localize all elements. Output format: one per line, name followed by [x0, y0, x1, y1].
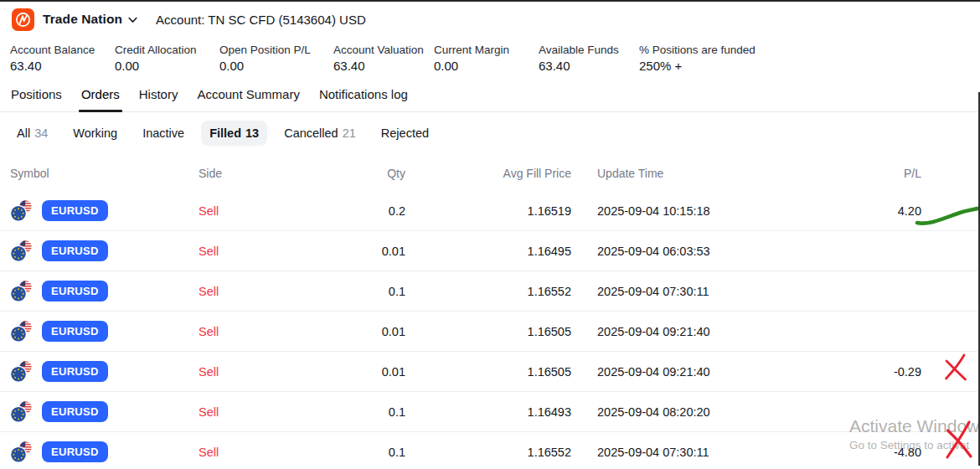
stat-value: 250% + — [639, 59, 817, 73]
column-header-symbol: Symbol — [10, 167, 199, 180]
screen-edge-top — [0, 0, 980, 2]
eurusd-flag-icon — [10, 199, 33, 222]
update-time-cell: 2025-09-04 10:15:18 — [571, 204, 823, 218]
filter-label: Filled — [209, 126, 241, 140]
tab-label: Notifications log — [319, 87, 408, 101]
filter-label: All — [17, 126, 30, 140]
symbol-cell: EURUSD — [10, 240, 199, 262]
side-cell: Sell — [199, 285, 287, 298]
stat-value: 0.00 — [434, 59, 532, 73]
account-stat: Current Margin 0.00 — [434, 44, 539, 73]
update-time-cell: 2025-09-04 09:21:40 — [571, 325, 823, 338]
order-row[interactable]: EURUSD Sell 0.1 1.16552 2025-09-04 07:30… — [0, 432, 980, 469]
filter-label: Inactive — [142, 126, 184, 140]
avg-fill-price-cell: 1.16519 — [405, 204, 571, 218]
order-row[interactable]: EURUSD Sell 0.01 1.16505 2025-09-04 09:2… — [0, 312, 980, 352]
filter-rejected[interactable]: Rejected — [373, 121, 437, 146]
symbol-cell: EURUSD — [10, 320, 199, 343]
symbol-cell: EURUSD — [10, 400, 199, 423]
filter-label: Cancelled — [284, 126, 338, 140]
symbol-badge[interactable]: EURUSD — [42, 281, 108, 302]
order-row[interactable]: EURUSD Sell 0.01 1.16495 2025-09-04 06:0… — [0, 231, 980, 271]
pl-cell: -4.80 — [823, 446, 921, 459]
order-row[interactable]: EURUSD Sell 0.1 1.16493 2025-09-04 08:20… — [0, 392, 980, 432]
stat-label: Available Funds — [539, 44, 632, 56]
account-stat: Credit Allocation 0.00 — [115, 44, 219, 73]
avg-fill-price-cell: 1.16505 — [405, 365, 571, 379]
stat-label: Credit Allocation — [115, 44, 213, 56]
orders-table-header: Symbol Side Qty Avg Fill Price Update Ti… — [0, 152, 980, 191]
symbol-badge[interactable]: EURUSD — [42, 441, 108, 462]
filter-count: 34 — [34, 126, 48, 140]
tab-account-summary[interactable]: Account Summary — [196, 85, 301, 111]
avg-fill-price-cell: 1.16505 — [405, 325, 571, 338]
update-time-cell: 2025-09-04 09:21:40 — [571, 365, 823, 379]
tab-label: Orders — [81, 87, 120, 101]
side-cell: Sell — [199, 405, 287, 419]
symbol-badge[interactable]: EURUSD — [42, 240, 108, 261]
column-header-update-time: Update Time — [571, 167, 823, 180]
tab-notifications-log[interactable]: Notifications log — [318, 85, 409, 111]
stat-value: 63.40 — [333, 59, 427, 73]
update-time-cell: 2025-09-04 07:30:11 — [571, 285, 823, 298]
tab-label: Account Summary — [197, 87, 300, 101]
side-cell: Sell — [199, 325, 287, 338]
trade-nation-logo-icon — [12, 8, 34, 31]
eurusd-flag-icon — [10, 400, 33, 423]
order-row[interactable]: EURUSD Sell 0.1 1.16552 2025-09-04 07:30… — [0, 271, 980, 312]
order-row[interactable]: EURUSD Sell 0.01 1.16505 2025-09-04 09:2… — [0, 352, 980, 392]
stat-label: Account Valuation — [333, 44, 427, 56]
column-header-qty: Qty — [287, 167, 405, 180]
pl-cell: 4.20 — [823, 204, 921, 218]
column-header-pl: P/L — [823, 167, 921, 180]
chevron-down-icon — [128, 17, 137, 23]
eurusd-flag-icon — [10, 360, 33, 383]
qty-cell: 0.1 — [287, 405, 405, 419]
account-stat: Available Funds 63.40 — [539, 44, 639, 73]
symbol-cell: EURUSD — [10, 199, 199, 222]
qty-cell: 0.1 — [287, 446, 405, 459]
order-status-filters: All34 Working Inactive Filled13 Cancelle… — [0, 112, 980, 152]
filter-inactive[interactable]: Inactive — [134, 121, 193, 146]
filter-cancelled[interactable]: Cancelled21 — [276, 121, 364, 146]
stat-label: % Positions are funded — [639, 44, 817, 56]
stat-label: Account Balance — [10, 44, 108, 56]
symbol-badge[interactable]: EURUSD — [42, 361, 108, 382]
avg-fill-price-cell: 1.16493 — [405, 405, 571, 419]
side-cell: Sell — [199, 245, 287, 258]
qty-cell: 0.01 — [287, 245, 405, 258]
symbol-badge[interactable]: EURUSD — [42, 200, 108, 221]
filter-label: Working — [73, 126, 117, 140]
account-switcher[interactable]: Trade Nation — [12, 8, 146, 31]
tab-label: History — [139, 87, 178, 101]
symbol-cell: EURUSD — [10, 360, 199, 383]
qty-cell: 0.2 — [287, 204, 405, 218]
filter-working[interactable]: Working — [64, 121, 126, 146]
tab-history[interactable]: History — [138, 85, 179, 111]
filter-filled[interactable]: Filled13 — [201, 121, 267, 146]
stat-label: Current Margin — [434, 44, 532, 56]
symbol-badge[interactable]: EURUSD — [42, 401, 108, 422]
filter-count: 21 — [343, 126, 356, 140]
app-header: Trade Nation Account: TN SC CFD (5143604… — [0, 0, 980, 37]
eurusd-flag-icon — [10, 441, 33, 463]
qty-cell: 0.01 — [287, 325, 405, 338]
eurusd-flag-icon — [10, 320, 33, 343]
tab-orders[interactable]: Orders — [80, 85, 121, 111]
filter-all[interactable]: All34 — [8, 121, 56, 146]
avg-fill-price-cell: 1.16552 — [405, 446, 571, 459]
stat-value: 0.00 — [115, 59, 213, 73]
symbol-badge[interactable]: EURUSD — [42, 321, 108, 342]
brand-title: Trade Nation — [43, 12, 122, 27]
symbol-cell: EURUSD — [10, 280, 199, 302]
eurusd-flag-icon — [10, 280, 33, 302]
orders-table-body: EURUSD Sell 0.2 1.16519 2025-09-04 10:15… — [0, 191, 980, 469]
order-row[interactable]: EURUSD Sell 0.2 1.16519 2025-09-04 10:15… — [0, 191, 980, 231]
column-header-avg-fill-price: Avg Fill Price — [405, 167, 571, 180]
qty-cell: 0.1 — [287, 285, 405, 298]
update-time-cell: 2025-09-04 08:20:20 — [571, 405, 823, 419]
account-stat: Open Position P/L 0.00 — [219, 44, 333, 73]
account-stat: Account Balance 63.40 — [10, 44, 115, 73]
tab-positions[interactable]: Positions — [10, 85, 63, 111]
account-stats-row: Account Balance 63.40 Credit Allocation … — [0, 37, 980, 73]
